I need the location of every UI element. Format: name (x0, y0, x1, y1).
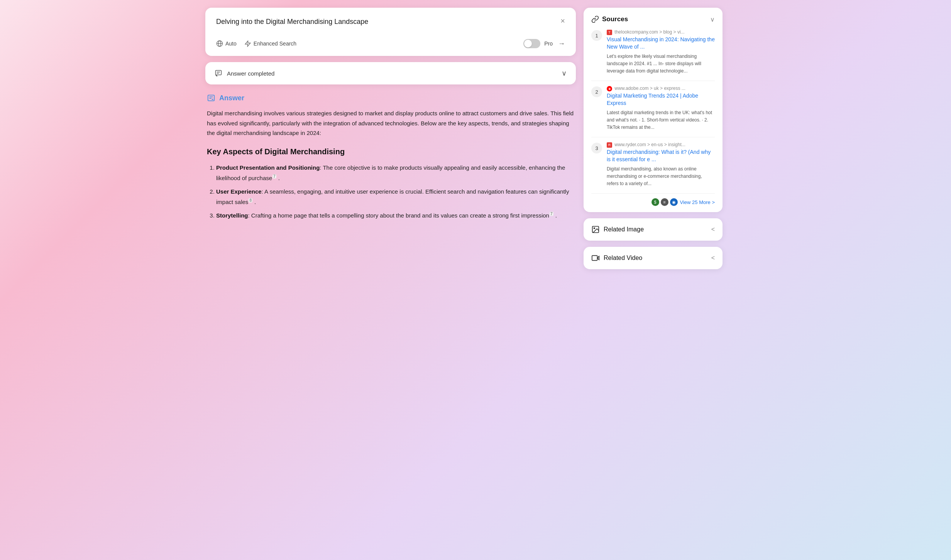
submit-arrow[interactable]: → (557, 40, 565, 48)
list-item-bold-3: Storytelling (216, 212, 248, 219)
toggle-area: Pro → (523, 39, 565, 48)
search-header: Delving into the Digital Merchandising L… (216, 17, 565, 27)
answer-section: Answer Digital merchandising involves va… (205, 91, 576, 224)
list-item-text-3: : Crafting a home page that tells a comp… (248, 212, 549, 219)
answer-completed-label: Answer completed (227, 70, 274, 77)
view-more-text[interactable]: View 25 More > (680, 199, 715, 205)
sources-header: Sources ∨ (591, 15, 715, 23)
view-more-icon-2: ≡ (661, 198, 668, 206)
list-item-bold-2: User Experience (216, 188, 262, 195)
svg-point-10 (594, 228, 595, 229)
sources-card: Sources ∨ 1 T thelookcompany.com > blog … (584, 8, 723, 212)
pro-label: Pro (544, 40, 553, 47)
source-link-2[interactable]: Digital Marketing Trends 2024 | Adobe Ex… (607, 92, 715, 107)
source-content-1: T thelookcompany.com > blog > vi... Visu… (607, 29, 715, 74)
source-domain-2: ◈ www.adobe.com > uk > express ... (607, 86, 715, 91)
view-more: $ ≡ ◉ View 25 More > (591, 198, 715, 206)
related-video-chevron-icon: < (711, 255, 715, 261)
view-more-icons: $ ≡ ◉ (651, 198, 678, 206)
answer-body: Digital merchandising involves various s… (207, 108, 574, 138)
lightning-icon (244, 40, 251, 47)
related-image-card[interactable]: Related Image < (584, 218, 723, 241)
sources-chevron-icon[interactable]: ∨ (710, 16, 715, 23)
source-favicon-1: T (607, 30, 612, 35)
related-image-chevron-icon: < (711, 226, 715, 233)
source-num-1: 1 (591, 30, 602, 41)
source-item-3: 3 R www.ryder.com > en-us > insight... D… (591, 142, 715, 187)
sup-2: 8 (249, 198, 252, 202)
related-image-left: Related Image (591, 225, 644, 234)
chevron-down-icon: ∨ (562, 69, 567, 78)
source-desc-1: Let's explore the likely visual merchand… (607, 54, 701, 74)
source-num-2: 2 (591, 86, 602, 97)
source-num-3: 3 (591, 143, 602, 153)
answer-heading-text: Answer (219, 94, 244, 102)
auto-option[interactable]: Auto (216, 40, 237, 47)
list-item-bold-1: Product Presentation and Positioning (216, 164, 320, 171)
view-more-icon-1: $ (651, 198, 659, 206)
source-content-2: ◈ www.adobe.com > uk > express ... Digit… (607, 86, 715, 131)
source-link-3[interactable]: Digital merchandising: What is it? (And … (607, 148, 715, 164)
answer-completed-left: Answer completed (215, 69, 274, 77)
enhanced-search-label: Enhanced Search (254, 40, 296, 47)
sup-1: 7 (272, 174, 276, 179)
left-panel: Delving into the Digital Merchandising L… (205, 8, 576, 224)
related-video-card[interactable]: Related Video < (584, 247, 723, 269)
list-item: Storytelling: Crafting a home page that … (216, 210, 574, 221)
list-item: Product Presentation and Positioning: Th… (216, 162, 574, 183)
answer-heading-icon (207, 94, 215, 102)
auto-label: Auto (225, 40, 237, 47)
image-icon (591, 225, 600, 234)
globe-icon (216, 40, 223, 47)
source-desc-2: Latest digital marketing trends in the U… (607, 110, 712, 130)
main-layout: Delving into the Digital Merchandising L… (205, 8, 746, 269)
close-button[interactable]: × (556, 17, 565, 25)
sources-header-left: Sources (591, 15, 628, 23)
source-item-2: 2 ◈ www.adobe.com > uk > express ... Dig… (591, 86, 715, 131)
link-icon (591, 15, 599, 23)
related-video-title: Related Video (604, 255, 642, 261)
video-icon (591, 254, 600, 262)
source-favicon-2: ◈ (607, 86, 612, 91)
sup-3: 7 (550, 212, 553, 216)
source-domain-1: T thelookcompany.com > blog > vi... (607, 29, 715, 35)
answer-list: Product Presentation and Positioning: Th… (207, 162, 574, 221)
source-desc-3: Digital merchandising, also known as onl… (607, 166, 702, 186)
related-image-title: Related Image (604, 226, 644, 233)
related-video-left: Related Video (591, 254, 642, 262)
search-card: Delving into the Digital Merchandising L… (205, 8, 576, 56)
view-more-icon-3: ◉ (670, 198, 678, 206)
source-divider-1 (591, 81, 715, 81)
chat-icon (215, 69, 222, 77)
enhanced-search-option[interactable]: Enhanced Search (244, 40, 296, 47)
svg-rect-11 (592, 256, 597, 261)
answer-heading: Answer (207, 94, 574, 102)
source-content-3: R www.ryder.com > en-us > insight... Dig… (607, 142, 715, 187)
search-options: Auto Enhanced Search Pro → (216, 39, 565, 48)
right-panel: Sources ∨ 1 T thelookcompany.com > blog … (584, 8, 723, 269)
key-aspects-title: Key Aspects of Digital Merchandising (207, 147, 574, 156)
source-link-1[interactable]: Visual Merchandising in 2024: Navigating… (607, 36, 715, 51)
sources-title: Sources (602, 15, 628, 23)
list-item: User Experience: A seamless, engaging, a… (216, 186, 574, 207)
pro-toggle[interactable] (523, 39, 540, 48)
svg-rect-3 (216, 71, 222, 75)
source-domain-3: R www.ryder.com > en-us > insight... (607, 142, 715, 148)
search-title: Delving into the Digital Merchandising L… (216, 17, 556, 27)
source-item-1: 1 T thelookcompany.com > blog > vi... Vi… (591, 29, 715, 74)
answer-completed-card[interactable]: Answer completed ∨ (205, 62, 576, 84)
source-divider-3 (591, 193, 715, 194)
list-item-text-2: : A seamless, engaging, and intuitive us… (216, 188, 569, 205)
source-favicon-3: R (607, 142, 612, 148)
source-divider-2 (591, 137, 715, 137)
